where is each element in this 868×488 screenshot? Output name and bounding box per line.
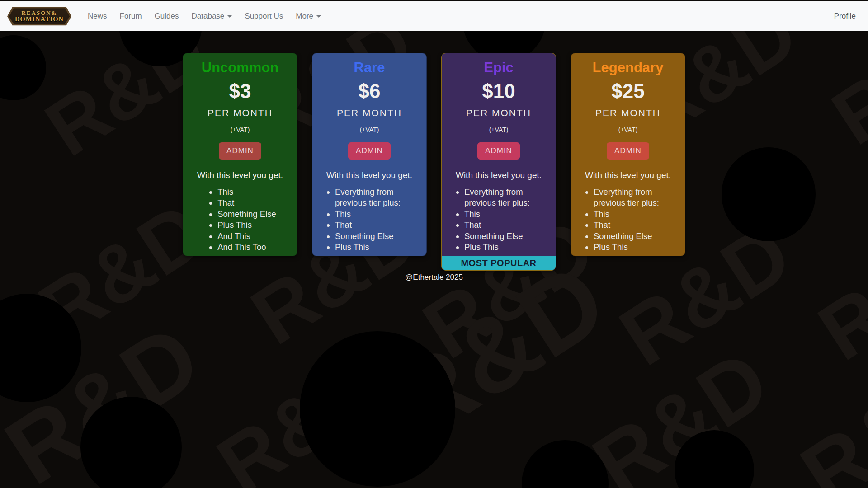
billing-period: PER MONTH: [312, 108, 426, 118]
most-popular-banner: [312, 241, 426, 256]
most-popular-banner: MOST POPULAR: [442, 256, 556, 270]
tier-title: Rare: [312, 60, 426, 76]
nav-item-guides[interactable]: Guides: [148, 8, 185, 24]
pricing-card-legendary: Legendary $25 PER MONTH (+VAT) ADMIN Wit…: [571, 53, 685, 256]
feature-item: And This: [217, 231, 276, 242]
chevron-down-icon: [316, 15, 321, 18]
vat-note: (+VAT): [183, 126, 297, 133]
vat-note: (+VAT): [571, 126, 685, 133]
most-popular-banner: [183, 241, 297, 256]
benefits-heading: With this level you get:: [312, 170, 426, 180]
feature-item: Everything from previous tier plus:: [594, 187, 676, 209]
feature-item: That: [594, 220, 676, 230]
feature-item: Plus This: [464, 242, 547, 253]
site-logo[interactable]: REASON& DOMINATION: [7, 6, 71, 27]
admin-button[interactable]: ADMIN: [477, 142, 520, 160]
tier-price: $10: [442, 80, 556, 102]
feature-item: This: [464, 209, 547, 220]
feature-item: Everything from previous tier plus:: [335, 187, 417, 209]
footer-copyright: @Ethertale 2025: [0, 273, 868, 282]
gear-icon: [710, 136, 827, 253]
billing-period: PER MONTH: [442, 108, 556, 118]
pricing-row: Uncommon $3 PER MONTH (+VAT) ADMIN With …: [183, 53, 685, 271]
gear-icon: [511, 429, 619, 488]
gear-icon: [280, 312, 475, 488]
feature-item: Something Else: [464, 231, 547, 242]
nav-item-label: Guides: [155, 12, 179, 21]
top-navbar: REASON& DOMINATION News Forum Guides Dat…: [0, 0, 868, 31]
benefits-heading: With this level you get:: [571, 170, 685, 180]
nav-item-news[interactable]: News: [81, 8, 113, 24]
feature-item: That: [217, 197, 276, 208]
tier-price: $6: [312, 80, 426, 102]
admin-button[interactable]: ADMIN: [219, 142, 261, 160]
nav-item-label: More: [296, 12, 313, 21]
feature-list: Everything from previous tier plus:ThisT…: [451, 187, 547, 253]
nav-item-forum[interactable]: Forum: [113, 8, 148, 24]
feature-item: This: [335, 209, 417, 220]
nav-item-label: Database: [192, 12, 225, 21]
benefits-heading: With this level you get:: [183, 170, 297, 180]
feature-item: This: [217, 187, 276, 197]
pricing-card-rare: Rare $6 PER MONTH (+VAT) ADMIN With this…: [312, 53, 427, 256]
nav-item-more[interactable]: More: [289, 8, 327, 24]
site-logo-badge: REASON& DOMINATION: [9, 7, 70, 25]
nav-links: News Forum Guides Database Support Us Mo…: [81, 8, 327, 24]
billing-period: PER MONTH: [183, 108, 297, 118]
tier-title: Uncommon: [183, 60, 297, 76]
nav-item-label: Forum: [120, 12, 142, 21]
feature-item: Something Else: [594, 231, 676, 242]
billing-period: PER MONTH: [571, 108, 685, 118]
feature-item: That: [464, 220, 547, 230]
most-popular-banner: [571, 241, 685, 256]
gear-icon: [68, 384, 194, 488]
vat-note: (+VAT): [442, 126, 556, 133]
navbar-right: Profile: [834, 12, 856, 21]
tier-price: $3: [183, 80, 297, 102]
feature-item: That: [335, 220, 417, 230]
nav-item-profile[interactable]: Profile: [834, 12, 856, 20]
gear-icon: [665, 420, 764, 488]
nav-item-support-us[interactable]: Support Us: [238, 8, 289, 24]
feature-item: Plus This: [217, 220, 276, 230]
admin-button[interactable]: ADMIN: [348, 142, 391, 160]
pricing-card-epic: Epic $10 PER MONTH (+VAT) ADMIN With thi…: [441, 53, 556, 271]
chevron-down-icon: [227, 15, 232, 18]
admin-button[interactable]: ADMIN: [607, 142, 649, 160]
tier-title: Legendary: [571, 60, 685, 76]
tier-title: Epic: [442, 60, 556, 76]
logo-text-line1: REASON&: [21, 10, 57, 16]
feature-item: This: [594, 209, 676, 220]
benefits-heading: With this level you get:: [442, 170, 556, 180]
vat-note: (+VAT): [312, 126, 426, 133]
gear-icon: [0, 27, 54, 108]
nav-item-database[interactable]: Database: [185, 8, 239, 24]
nav-item-label: News: [88, 12, 107, 21]
pricing-card-uncommon: Uncommon $3 PER MONTH (+VAT) ADMIN With …: [183, 53, 297, 256]
tier-price: $25: [571, 80, 685, 102]
feature-item: Something Else: [217, 209, 276, 220]
feature-item: Everything from previous tier plus:: [464, 187, 547, 209]
nav-item-label: Support Us: [245, 12, 283, 21]
feature-item: Something Else: [335, 231, 417, 242]
logo-text-line2: DOMINATION: [15, 16, 64, 23]
